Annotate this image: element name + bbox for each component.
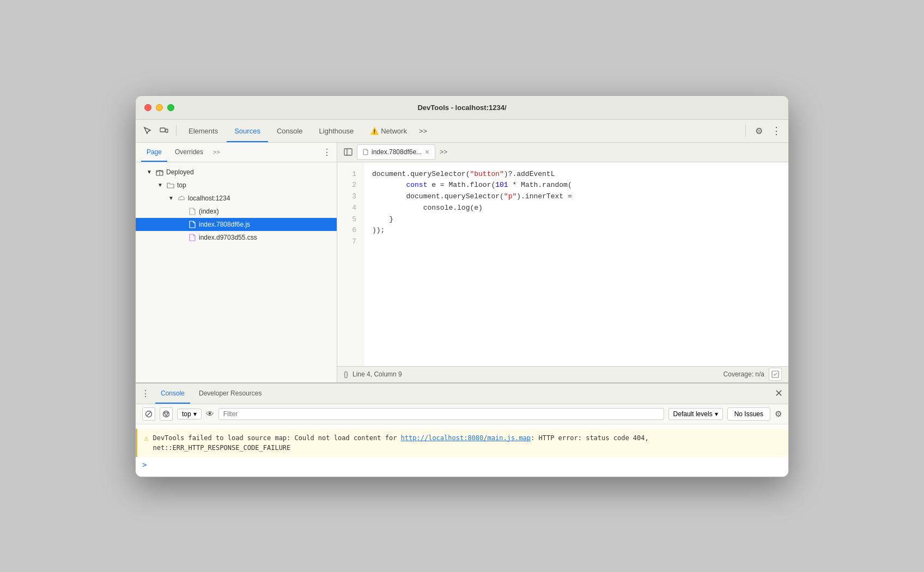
- tree-label-top: top: [177, 181, 186, 189]
- levels-dropdown-icon: ▾: [715, 410, 718, 418]
- format-icon[interactable]: {}: [344, 370, 348, 378]
- device-toggle-icon[interactable]: [156, 123, 172, 138]
- tab-sources[interactable]: Sources: [227, 119, 268, 142]
- warning-icon: ⚠: [144, 434, 148, 442]
- tab-console-bottom[interactable]: Console: [155, 383, 190, 404]
- file-icon: [188, 207, 197, 216]
- editor-tab-index-js[interactable]: index.7808df6e... ×: [357, 144, 435, 160]
- sources-editor-panel: index.7808df6e... × >> 1 2 3 4 5 6 7 doc…: [337, 143, 788, 382]
- console-panel: ⋮ Console Developer Resources ✕: [136, 382, 788, 477]
- line-numbers: 1 2 3 4 5 6 7: [337, 162, 363, 366]
- toolbar-right: ⚙ ⋮: [742, 123, 784, 138]
- more-editor-tabs[interactable]: >>: [436, 148, 451, 156]
- tree-label-localhost: localhost:1234: [188, 194, 230, 202]
- levels-label: Default levels: [673, 410, 713, 418]
- cursor-position: Line 4, Column 9: [352, 370, 402, 378]
- window-controls: [144, 104, 174, 111]
- context-value: top: [182, 410, 191, 418]
- file-tree: ▼ Deployed ▼: [136, 162, 337, 382]
- sources-menu-icon[interactable]: ⋮: [323, 147, 331, 157]
- tab-developer-resources[interactable]: Developer Resources: [193, 383, 267, 404]
- main-toolbar: Elements Sources Console Lighthouse ⚠️Ne…: [136, 120, 788, 143]
- toolbar-separator: [176, 125, 177, 137]
- coverage-icon[interactable]: [769, 368, 782, 381]
- tab-lighthouse[interactable]: Lighthouse: [312, 119, 362, 142]
- live-expressions-icon[interactable]: 👁: [206, 409, 214, 418]
- tab-network[interactable]: ⚠️Network: [362, 119, 415, 142]
- context-selector[interactable]: top ▾: [177, 409, 202, 419]
- editor-tab-filename: index.7808df6e...: [372, 148, 422, 156]
- tab-console[interactable]: Console: [269, 119, 311, 142]
- toolbar-right-sep: [745, 125, 746, 137]
- console-settings-icon[interactable]: ⚙: [775, 409, 782, 419]
- tree-item-deployed[interactable]: ▼ Deployed: [136, 166, 337, 179]
- close-button[interactable]: [144, 104, 151, 111]
- minimize-button[interactable]: [156, 104, 163, 111]
- svg-point-6: [163, 411, 169, 417]
- console-warning-message: ⚠ DevTools failed to load source map: Co…: [136, 429, 788, 457]
- console-prompt[interactable]: >: [136, 457, 788, 472]
- no-issues-button[interactable]: No Issues: [727, 407, 770, 421]
- warning-text: DevTools failed to load source map: Coul…: [153, 433, 782, 453]
- tab-page[interactable]: Page: [141, 143, 167, 162]
- window-title: DevTools - localhost:1234/: [417, 104, 506, 112]
- svg-rect-3: [344, 149, 352, 155]
- tree-item-index-css[interactable]: ▶ index.d9703d55.css: [136, 231, 337, 244]
- more-source-tabs[interactable]: >>: [211, 149, 222, 155]
- code-editor[interactable]: 1 2 3 4 5 6 7 document.querySelector("bu…: [337, 162, 788, 366]
- sidebar-toggle-icon[interactable]: [341, 144, 356, 160]
- sources-left-panel: Page Overrides >> ⋮ ▼: [136, 143, 337, 382]
- tree-item-index-js[interactable]: ▶ index.7808df6e.js: [136, 218, 337, 231]
- code-content[interactable]: document.querySelector("button")?.addEve…: [363, 162, 788, 366]
- sources-sub-toolbar: Page Overrides >> ⋮: [136, 143, 337, 162]
- console-menu-icon[interactable]: ⋮: [141, 388, 150, 399]
- tree-arrow-deployed: ▼: [147, 169, 153, 175]
- console-toolbar: ⋮ Console Developer Resources ✕: [136, 384, 788, 404]
- no-filter-icon[interactable]: [160, 407, 173, 421]
- tab-overrides[interactable]: Overrides: [169, 143, 209, 162]
- maximize-button[interactable]: [167, 104, 174, 111]
- prompt-arrow-icon: >: [142, 460, 147, 469]
- inspect-element-icon[interactable]: [140, 123, 155, 138]
- editor-tabs: index.7808df6e... × >>: [337, 143, 788, 162]
- settings-icon[interactable]: ⚙: [751, 123, 767, 138]
- tree-item-top[interactable]: ▼ top: [136, 179, 337, 192]
- console-output: ⚠ DevTools failed to load source map: Co…: [136, 424, 788, 477]
- coverage-status: Coverage: n/a: [724, 370, 764, 378]
- console-filter-input[interactable]: [218, 408, 664, 420]
- tree-label-index-css: index.d9703d55.css: [199, 234, 257, 241]
- clear-console-icon[interactable]: [142, 407, 155, 421]
- tree-item-index-html[interactable]: ▶ (index): [136, 205, 337, 218]
- context-dropdown-icon: ▾: [193, 410, 197, 418]
- tree-label-deployed: Deployed: [166, 168, 194, 176]
- file-js-icon: [188, 220, 197, 229]
- titlebar: DevTools - localhost:1234/: [136, 96, 788, 120]
- editor-status-bar: {} Line 4, Column 9 Coverage: n/a: [337, 366, 788, 382]
- tree-label-index-js: index.7808df6e.js: [199, 221, 250, 228]
- tree-arrow-localhost: ▼: [168, 195, 175, 201]
- main-content: Page Overrides >> ⋮ ▼: [136, 143, 788, 382]
- more-tabs-button[interactable]: >>: [416, 127, 430, 135]
- log-levels-button[interactable]: Default levels ▾: [668, 408, 723, 420]
- cloud-icon: [177, 194, 186, 203]
- console-close-button[interactable]: ✕: [775, 387, 783, 399]
- tree-label-index-html: (index): [199, 208, 219, 215]
- svg-rect-4: [772, 371, 779, 378]
- folder-icon: [166, 181, 175, 190]
- more-options-icon[interactable]: ⋮: [769, 123, 784, 138]
- tab-elements[interactable]: Elements: [181, 119, 226, 142]
- svg-rect-1: [166, 129, 168, 132]
- editor-tab-close[interactable]: ×: [425, 148, 429, 156]
- tree-item-localhost[interactable]: ▼ localhost:1234: [136, 192, 337, 205]
- file-css-icon: [188, 233, 197, 242]
- box-icon: [155, 168, 164, 177]
- devtools-window: DevTools - localhost:1234/ Elements Sour…: [135, 95, 789, 477]
- svg-rect-0: [160, 128, 165, 132]
- tree-arrow-top: ▼: [157, 182, 164, 188]
- warning-link[interactable]: http://localhost:8080/main.js.map: [401, 434, 531, 442]
- console-controls: top ▾ 👁 Default levels ▾ No Issues ⚙: [136, 404, 788, 424]
